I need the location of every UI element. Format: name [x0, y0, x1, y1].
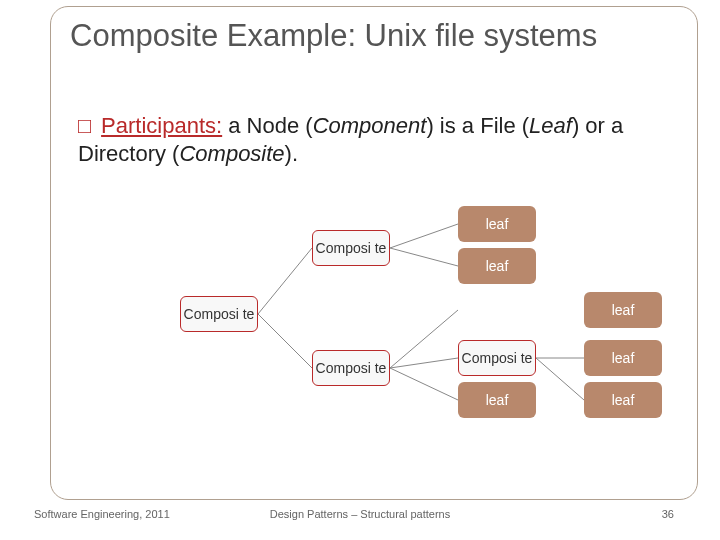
svg-line-3	[390, 248, 458, 266]
bullet-icon: □	[78, 112, 101, 140]
root-composite: Composi te	[180, 296, 258, 332]
svg-line-2	[390, 224, 458, 248]
svg-line-8	[536, 358, 584, 400]
txt4: ).	[285, 141, 298, 166]
slide-title: Composite Example: Unix file systems	[70, 18, 660, 55]
txt2: ) is a File (	[426, 113, 529, 138]
composite-bottom: Composi te	[312, 350, 390, 386]
leaf-2: leaf	[458, 248, 536, 284]
svg-line-1	[258, 314, 312, 368]
leaf-6: leaf	[584, 382, 662, 418]
lead-word: Participants:	[101, 113, 222, 138]
composite-word: Composite	[179, 141, 284, 166]
txt1: a Node (	[222, 113, 313, 138]
leaf-1: leaf	[458, 206, 536, 242]
leaf-5: leaf	[584, 340, 662, 376]
leaf-word: Leaf	[529, 113, 572, 138]
svg-line-0	[258, 248, 312, 314]
svg-line-6	[390, 368, 458, 400]
leaf-3: leaf	[584, 292, 662, 328]
body-paragraph: □Participants: a Node (Component) is a F…	[78, 112, 668, 167]
composite-top: Composi te	[312, 230, 390, 266]
footer-center: Design Patterns – Structural patterns	[0, 508, 720, 520]
composite-inner: Composi te	[458, 340, 536, 376]
page-number: 36	[662, 508, 674, 520]
leaf-4: leaf	[458, 382, 536, 418]
tree-diagram: Composi te Composi te Composi te leaf le…	[180, 210, 700, 420]
component-word: Component	[313, 113, 427, 138]
